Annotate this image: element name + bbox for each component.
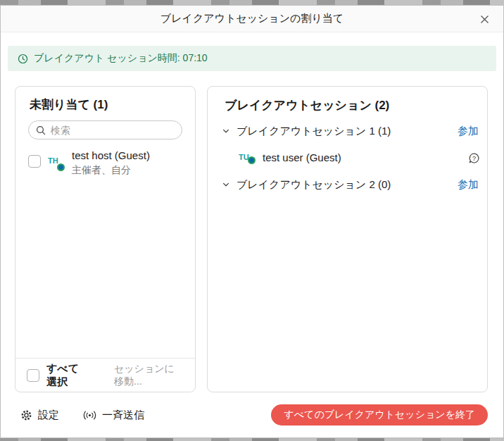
session-row-1[interactable]: ブレイクアウトセッション 1 (1) 参加 xyxy=(208,118,487,144)
broadcast-label: 一斉送信 xyxy=(102,409,144,422)
background-window-bottom-edge xyxy=(0,438,504,441)
participant-role: 主催者、自分 xyxy=(72,163,150,176)
background-window-top-edge xyxy=(0,0,504,5)
broadcast-icon xyxy=(83,410,96,421)
avatar-status-badge xyxy=(248,156,256,164)
help-question-icon: ? xyxy=(468,152,480,164)
unassigned-panel-title: 未割り当て (1) xyxy=(15,87,195,113)
avatar-initials: TH xyxy=(48,156,58,165)
close-button[interactable] xyxy=(472,6,496,32)
search-icon xyxy=(36,125,46,135)
participant-avatar: TU xyxy=(239,150,256,166)
move-to-session-button[interactable]: セッションに移動... xyxy=(114,363,184,388)
participant-checkbox[interactable] xyxy=(28,155,41,168)
chevron-down-icon[interactable] xyxy=(222,127,230,135)
sessions-panel: ブレイクアウトセッション (2) ブレイクアウトセッション 1 (1) 参加 T… xyxy=(207,86,488,392)
close-icon xyxy=(480,15,489,24)
participant-texts: test host (Guest) 主催者、自分 xyxy=(72,149,150,176)
clock-icon xyxy=(18,54,28,64)
select-all-label: すべて選択 xyxy=(46,362,89,389)
search-input[interactable] xyxy=(51,125,175,136)
select-all-checkbox[interactable] xyxy=(27,369,39,382)
session-2-label: ブレイクアウトセッション 2 (0) xyxy=(237,178,391,192)
session-2-join-link[interactable]: 参加 xyxy=(458,178,479,192)
settings-button[interactable]: 設定 xyxy=(20,409,59,422)
ask-for-help-button[interactable]: ? xyxy=(468,152,480,164)
avatar-status-badge xyxy=(57,163,65,171)
dialog-footer: 設定 一斉送信 すべてのブレイクアウトセッションを終了 xyxy=(1,392,503,437)
participant-avatar: TH xyxy=(48,154,65,170)
dialog-title: ブレイクアウトセッションの割り当て xyxy=(160,12,344,25)
unassigned-participant-row[interactable]: TH test host (Guest) 主催者、自分 xyxy=(28,149,182,176)
breakout-assignment-dialog: ブレイクアウトセッションの割り当て ブレイクアウト セッション時間: 07:10… xyxy=(0,5,504,438)
session-timer-text: ブレイクアウト セッション時間: 07:10 xyxy=(34,52,208,65)
gear-icon xyxy=(20,409,32,421)
chevron-down-icon[interactable] xyxy=(222,180,230,189)
svg-text:?: ? xyxy=(472,154,476,161)
unassigned-panel: 未割り当て (1) TH test host (Guest) 主 xyxy=(15,86,196,392)
participant-name: test user (Guest) xyxy=(263,151,341,164)
session-1-join-link[interactable]: 参加 xyxy=(458,125,479,138)
search-box xyxy=(28,120,182,139)
screen: ブレイクアウトセッションの割り当て ブレイクアウト セッション時間: 07:10… xyxy=(0,0,504,441)
session-timer-banner: ブレイクアウト セッション時間: 07:10 xyxy=(8,46,496,71)
session-1-participant-row[interactable]: TU test user (Guest) ? xyxy=(208,144,487,171)
unassigned-panel-footer: すべて選択 セッションに移動... xyxy=(15,358,195,392)
dialog-header: ブレイクアウトセッションの割り当て xyxy=(1,6,503,32)
broadcast-button[interactable]: 一斉送信 xyxy=(83,409,144,422)
end-all-sessions-button[interactable]: すべてのブレイクアウトセッションを終了 xyxy=(271,404,488,426)
participant-name: test host (Guest) xyxy=(72,149,150,162)
session-row-2[interactable]: ブレイクアウトセッション 2 (0) 参加 xyxy=(208,171,487,198)
sessions-panel-title: ブレイクアウトセッション (2) xyxy=(208,87,487,113)
dialog-body: 未割り当て (1) TH test host (Guest) 主 xyxy=(1,71,503,392)
session-1-label: ブレイクアウトセッション 1 (1) xyxy=(237,125,391,138)
settings-label: 設定 xyxy=(38,409,59,422)
